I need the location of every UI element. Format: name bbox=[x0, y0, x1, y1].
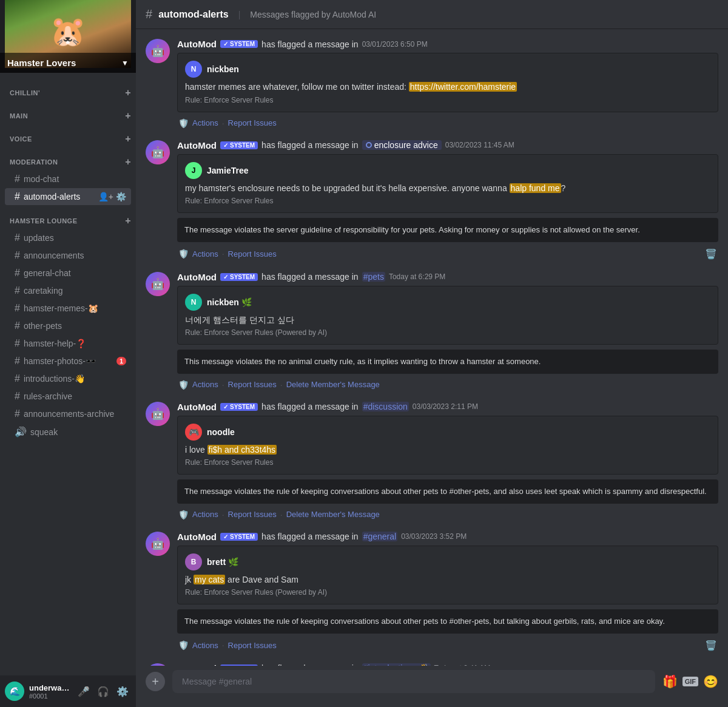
actions-button[interactable]: Actions bbox=[192, 249, 218, 259]
violation-reason: This message violates the no animal crue… bbox=[177, 350, 718, 374]
category-voice[interactable]: VOICE + bbox=[0, 124, 136, 147]
system-badge: SYSTEM bbox=[220, 403, 258, 411]
alert-header: AutoMod SYSTEM has flagged a message in … bbox=[177, 39, 718, 49]
hash-icon: # bbox=[15, 338, 20, 349]
category-add-icon[interactable]: + bbox=[125, 110, 131, 121]
dot-separator: · bbox=[222, 249, 224, 259]
sidebar-item-automod-alerts[interactable]: # automod-alerts 👤+ ⚙️ bbox=[5, 188, 131, 205]
channel-name: caretaking bbox=[24, 286, 126, 296]
delete-member-message-link[interactable]: Delete Member's Message bbox=[286, 510, 380, 519]
shield-icon: 🛡️ bbox=[178, 640, 189, 650]
hash-icon: # bbox=[15, 191, 20, 202]
highlight: fi$h and ch33t4hs bbox=[207, 445, 277, 455]
flagged-username: nickben bbox=[207, 64, 239, 74]
flagged-user-avatar: N bbox=[185, 61, 202, 78]
actions-button[interactable]: Actions bbox=[192, 510, 218, 519]
channel-name: squeak bbox=[30, 427, 126, 437]
chevron-down-icon: ▼ bbox=[121, 59, 129, 67]
channel-mention[interactable]: enclosure advice bbox=[362, 140, 442, 150]
circle-icon bbox=[366, 142, 372, 148]
sidebar-item-rules-archive[interactable]: # rules-archive bbox=[5, 388, 131, 405]
rule-text: Rule: Enforce Server Rules (Powered by A… bbox=[185, 328, 710, 337]
sidebar-item-caretaking[interactable]: # caretaking bbox=[5, 282, 131, 299]
server-header[interactable]: 🐹 Hamster Lovers ▼ bbox=[0, 0, 136, 73]
server-name: Hamster Lovers bbox=[7, 58, 76, 68]
category-hamster-lounge[interactable]: HAMSTER LOUNGE + bbox=[0, 206, 136, 229]
category-add-icon[interactable]: + bbox=[125, 134, 131, 144]
channel-name: general-chat bbox=[24, 268, 126, 278]
alert-header: AutoMod SYSTEM has flagged a message in … bbox=[177, 532, 718, 542]
sidebar-item-introductions[interactable]: # introductions-👋 bbox=[5, 370, 131, 387]
user-discriminator: #0001 bbox=[29, 692, 70, 700]
user-controls: 🎤 🎧 ⚙️ bbox=[75, 683, 131, 700]
sidebar-item-hamster-help[interactable]: # hamster-help-❓ bbox=[5, 335, 131, 352]
actions-button[interactable]: Actions bbox=[192, 641, 218, 650]
category-moderation[interactable]: MODERATION + bbox=[0, 147, 136, 170]
channel-mention[interactable]: #general bbox=[362, 532, 398, 541]
sidebar: 🐹 Hamster Lovers ▼ CHILLIN' + MAIN + VOI… bbox=[0, 0, 136, 707]
category-label: MAIN bbox=[10, 112, 28, 120]
sidebar-item-announcements-archive[interactable]: # announcements-archive bbox=[5, 405, 131, 422]
delete-button[interactable]: 🗑️ bbox=[705, 640, 717, 651]
timestamp: 03/02/2023 11:45 AM bbox=[445, 141, 514, 149]
channel-name: hamster-photos-🕶️ bbox=[24, 356, 116, 366]
emoji-icon[interactable]: 😊 bbox=[703, 674, 718, 689]
alert-message: 🤖 AutoMod SYSTEM has flagged a message i… bbox=[146, 402, 718, 519]
automod-avatar: 🤖 bbox=[146, 140, 170, 164]
flagged-msg-header: 🎮 noodle bbox=[185, 424, 710, 441]
sidebar-item-hamster-photos[interactable]: # hamster-photos-🕶️ 1 bbox=[5, 353, 131, 370]
channel-name: introductions-👋 bbox=[24, 374, 126, 384]
channel-mention[interactable]: #pets bbox=[362, 272, 385, 282]
sidebar-item-other-pets[interactable]: # other-pets bbox=[5, 317, 131, 334]
sidebar-item-updates[interactable]: # updates bbox=[5, 229, 131, 246]
report-issues-link[interactable]: Report Issues bbox=[228, 510, 277, 519]
flagged-message-box: J JamieTree my hamster's enclosure needs… bbox=[177, 154, 718, 214]
flagged-message-box: 🎮 noodle i love fi$h and ch33t4hs Rule: … bbox=[177, 416, 718, 475]
channel-mention[interactable]: #discussion bbox=[362, 402, 409, 411]
settings-button[interactable]: ⚙️ bbox=[114, 683, 131, 700]
gift-icon[interactable]: 🎁 bbox=[662, 674, 678, 689]
sidebar-item-announcements[interactable]: # announcements bbox=[5, 247, 131, 264]
add-message-button[interactable]: + bbox=[146, 672, 165, 691]
automod-icon: 🤖 bbox=[151, 146, 164, 159]
report-issues-link[interactable]: Report Issues bbox=[228, 380, 277, 389]
hash-icon: # bbox=[15, 391, 20, 402]
sidebar-item-general-chat[interactable]: # general-chat bbox=[5, 265, 131, 282]
channel-name: rules-archive bbox=[24, 391, 126, 401]
hash-icon: # bbox=[15, 303, 20, 314]
timestamp: 03/03/2023 2:11 PM bbox=[413, 402, 478, 411]
category-chillin[interactable]: CHILLIN' + bbox=[0, 78, 136, 101]
add-member-icon[interactable]: 👤+ bbox=[98, 192, 113, 201]
alert-content: AutoMod SYSTEM has flagged a message in … bbox=[177, 532, 718, 651]
alert-header: AutoMod SYSTEM has flagged a message in … bbox=[177, 140, 718, 151]
action-bar: 🛡️ Actions · Report Issues bbox=[177, 118, 718, 128]
category-add-icon[interactable]: + bbox=[125, 215, 131, 226]
category-add-icon[interactable]: + bbox=[125, 157, 131, 167]
channel-name: hamster-memes-🐹 bbox=[24, 303, 126, 313]
actions-button[interactable]: Actions bbox=[192, 380, 218, 389]
headphones-button[interactable]: 🎧 bbox=[95, 683, 112, 700]
report-issues-link[interactable]: Report Issues bbox=[228, 249, 277, 259]
message-input[interactable] bbox=[172, 670, 655, 693]
actions-button[interactable]: Actions bbox=[192, 118, 218, 127]
sidebar-item-mod-chat[interactable]: # mod-chat bbox=[5, 171, 131, 188]
system-badge: SYSTEM bbox=[220, 533, 258, 541]
gif-icon[interactable]: GIF bbox=[682, 677, 698, 686]
delete-button[interactable]: 🗑️ bbox=[705, 248, 717, 260]
report-issues-link[interactable]: Report Issues bbox=[228, 641, 277, 650]
automod-avatar: 🤖 bbox=[146, 272, 170, 296]
flagged-user-avatar: B bbox=[185, 553, 202, 570]
category-add-icon[interactable]: + bbox=[125, 87, 131, 98]
settings-icon[interactable]: ⚙️ bbox=[116, 192, 126, 201]
automod-name: AutoMod bbox=[177, 140, 217, 151]
category-label: VOICE bbox=[10, 135, 32, 143]
hash-icon: # bbox=[15, 174, 20, 184]
header-divider: | bbox=[238, 10, 241, 19]
sidebar-item-squeak[interactable]: 🔊 squeak bbox=[5, 423, 131, 441]
sidebar-item-hamster-memes[interactable]: # hamster-memes-🐹 bbox=[5, 300, 131, 317]
delete-member-message-link[interactable]: Delete Member's Message bbox=[286, 380, 380, 389]
report-issues-link[interactable]: Report Issues bbox=[228, 118, 277, 127]
microphone-button[interactable]: 🎤 bbox=[75, 683, 92, 700]
system-badge: SYSTEM bbox=[220, 273, 258, 281]
category-main[interactable]: MAIN + bbox=[0, 101, 136, 124]
